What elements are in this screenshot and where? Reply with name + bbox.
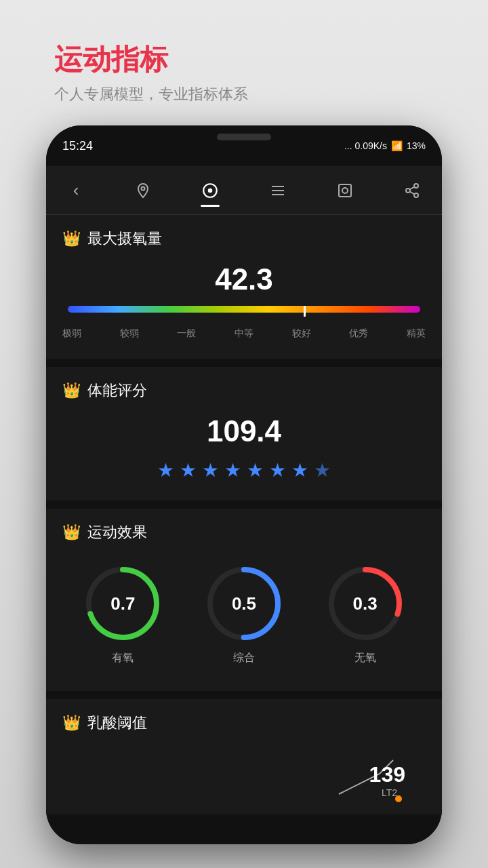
vo2max-value: 42.3 (62, 262, 426, 296)
back-button[interactable]: ‹ (62, 177, 89, 204)
phone-screen: ‹ (46, 166, 442, 844)
fitness-score-value: 109.4 (62, 414, 426, 448)
battery-text: 13% (407, 140, 426, 151)
star-2: ★ (180, 459, 197, 481)
bar-label-5: 较好 (292, 328, 311, 340)
bar-label-6: 优秀 (349, 328, 368, 340)
list-icon[interactable] (264, 177, 291, 204)
crown-icon-vo2: 👑 (62, 230, 81, 248)
crown-icon-lactate: 👑 (62, 714, 81, 732)
star-3: ★ (202, 459, 219, 481)
status-bar: 15:24 ... 0.09K/s 📶 13% (46, 125, 442, 166)
fitness-section: 👑 体能评分 109.4 ★ ★ ★ ★ ★ ★ ★ ★ (46, 367, 442, 500)
effect-circles-row: 0.7 有氧 0.5 (62, 556, 426, 672)
svg-line-11 (410, 191, 415, 194)
status-time: 15:24 (62, 139, 93, 153)
lactate-section: 👑 乳酸阈值 139 LT2 (46, 699, 442, 814)
stars-row: ★ ★ ★ ★ ★ ★ ★ ★ (62, 459, 426, 481)
vo2max-title-row: 👑 最大摄氧量 (62, 229, 426, 249)
page-header: 运动指标 个人专属模型，专业指标体系 (54, 41, 248, 104)
aerobic-value: 0.7 (110, 593, 135, 614)
bar-label-3: 一般 (177, 328, 196, 340)
search-icon[interactable] (331, 177, 359, 204)
rainbow-bar (68, 306, 420, 313)
page-title: 运动指标 (54, 41, 248, 79)
svg-point-8 (414, 184, 418, 188)
status-right: ... 0.09K/s 📶 13% (344, 140, 426, 151)
lactate-title-row: 👑 乳酸阈值 (62, 713, 426, 733)
exercise-effect-section: 👑 运动效果 0.7 有氧 (46, 509, 442, 691)
lactate-sublabel: LT2 (382, 787, 397, 798)
crown-icon-fitness: 👑 (62, 382, 81, 399)
combined-value: 0.5 (232, 593, 256, 614)
battery-icon: 📶 (391, 140, 403, 151)
svg-rect-6 (339, 184, 351, 197)
aerobic-inner: 0.7 (110, 593, 135, 614)
crown-icon-effect: 👑 (62, 524, 81, 541)
star-6: ★ (269, 459, 286, 481)
combined-label: 综合 (233, 651, 255, 665)
anaerobic-circle-wrap: 0.3 无氧 (325, 563, 406, 665)
anaerobic-circle: 0.3 (325, 563, 406, 644)
combined-circle: 0.5 (203, 563, 285, 644)
effect-title-row: 👑 运动效果 (62, 522, 426, 542)
svg-point-10 (414, 193, 418, 197)
star-5: ★ (247, 459, 264, 481)
share-icon[interactable] (399, 177, 426, 204)
vo2max-section: 👑 最大摄氧量 42.3 极弱 较弱 一般 中等 较好 优秀 精英 (46, 215, 442, 359)
fitness-label: 体能评分 (87, 380, 147, 401)
vo2max-label: 最大摄氧量 (87, 229, 162, 249)
svg-line-12 (410, 186, 415, 189)
anaerobic-label: 无氧 (354, 651, 376, 665)
lactate-label: 乳酸阈值 (87, 713, 147, 733)
phone-frame: 15:24 ... 0.09K/s 📶 13% ‹ (46, 125, 442, 844)
bar-label-7: 精英 (407, 328, 426, 340)
anaerobic-inner: 0.3 (353, 593, 378, 614)
combined-circle-wrap: 0.5 综合 (203, 563, 285, 665)
page-subtitle: 个人专属模型，专业指标体系 (54, 84, 248, 104)
nav-bar: ‹ (46, 166, 442, 215)
star-8: ★ (314, 459, 331, 481)
combined-inner: 0.5 (232, 593, 256, 614)
star-1: ★ (157, 459, 174, 481)
rainbow-bar-container (68, 306, 420, 317)
lactate-chart: 139 LT2 (62, 747, 426, 801)
fitness-title-row: 👑 体能评分 (62, 380, 426, 401)
lactate-dot (395, 795, 402, 802)
signal-text: ... 0.09K/s (344, 140, 387, 151)
bar-label-2: 较弱 (120, 328, 139, 340)
svg-point-7 (342, 188, 348, 193)
bar-label-1: 极弱 (62, 328, 81, 340)
bar-label-4: 中等 (235, 328, 253, 340)
back-arrow-icon: ‹ (73, 180, 79, 201)
lactate-value: 139 (369, 762, 405, 787)
aerobic-circle: 0.7 (82, 563, 163, 644)
star-4: ★ (224, 459, 241, 481)
star-7: ★ (291, 459, 308, 481)
svg-point-0 (142, 186, 145, 190)
anaerobic-value: 0.3 (353, 593, 378, 614)
effect-label: 运动效果 (87, 522, 147, 542)
svg-point-9 (406, 189, 410, 193)
aerobic-label: 有氧 (112, 651, 134, 665)
bar-labels: 极弱 较弱 一般 中等 较好 优秀 精英 (62, 328, 426, 340)
aerobic-circle-wrap: 0.7 有氧 (82, 563, 163, 665)
svg-point-2 (208, 188, 213, 193)
bar-marker (304, 306, 306, 317)
map-pin-icon[interactable] (129, 177, 157, 204)
circle-icon[interactable] (197, 177, 224, 204)
